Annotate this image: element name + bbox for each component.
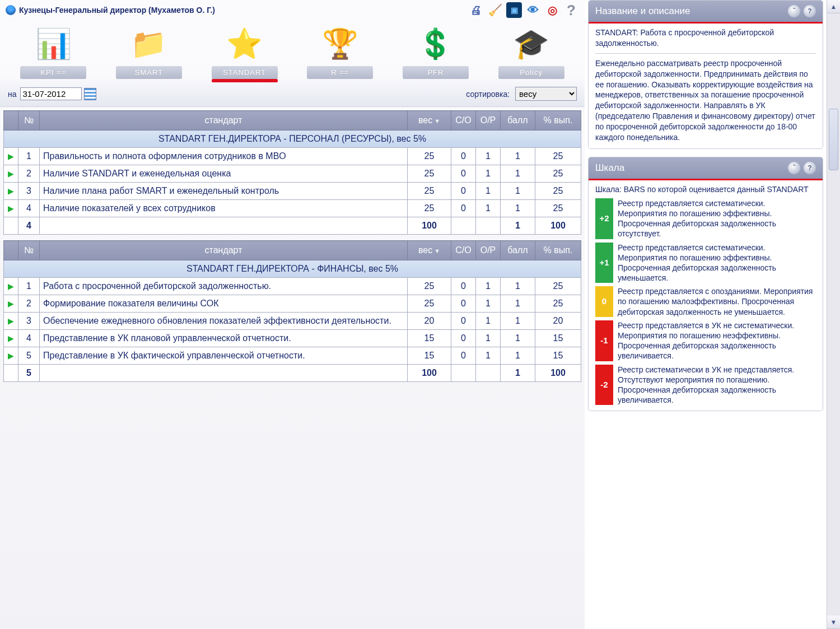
row-so: 0 — [451, 313, 476, 330]
play-icon[interactable]: ▶ — [8, 299, 14, 308]
col-num[interactable]: № — [18, 241, 40, 260]
play-icon[interactable]: ▶ — [8, 204, 14, 213]
row-weight: 25 — [408, 148, 451, 165]
row-ball: 1 — [501, 148, 535, 165]
scroll-thumb[interactable] — [829, 109, 838, 170]
row-weight: 15 — [408, 330, 451, 347]
row-weight: 25 — [408, 183, 451, 200]
row-num: 2 — [18, 295, 40, 313]
play-icon[interactable]: ▶ — [8, 351, 14, 360]
scale-level-badge: -1 — [595, 320, 613, 361]
collapse-icon[interactable]: ˆ — [788, 162, 800, 174]
row-weight: 25 — [408, 278, 451, 295]
nav-label: Policy — [498, 66, 564, 79]
scale-intro: Шкала: BARS по которой оценивается данны… — [595, 184, 816, 195]
table-row: ▶1Работа с просроченной дебиторской задо… — [4, 278, 581, 295]
play-icon[interactable]: ▶ — [8, 334, 14, 343]
play-icon[interactable]: ▶ — [8, 169, 14, 178]
col-pct[interactable]: % вып. — [535, 241, 581, 260]
play-icon[interactable]: ▶ — [8, 282, 14, 291]
title-bar: Кузнецы-Генеральный директор (Мухаметов … — [0, 0, 585, 20]
col-op[interactable]: О/Р — [476, 241, 501, 260]
row-name[interactable]: Работа с просроченной дебиторской задолж… — [40, 278, 408, 295]
nav-smart[interactable]: 📁SMART — [113, 24, 185, 79]
col-ball[interactable]: балл — [501, 241, 535, 260]
row-name[interactable]: Представление в УК фактической управленч… — [40, 347, 408, 365]
row-name[interactable]: Представление в УК плановой управленческ… — [40, 330, 408, 347]
col-pct[interactable]: % вып. — [535, 111, 581, 131]
sort-label: сортировка: — [466, 90, 510, 99]
row-name[interactable]: Наличие плана работ SMART и еженедельный… — [40, 183, 408, 200]
col-standard[interactable]: стандарт — [40, 241, 408, 260]
date-input[interactable] — [20, 87, 82, 100]
col-op[interactable]: О/Р — [476, 111, 501, 131]
collapse-icon[interactable]: ˆ — [788, 5, 800, 17]
table-row: ▶1Правильность и полнота оформления сотр… — [4, 148, 581, 165]
col-standard[interactable]: стандарт — [40, 111, 408, 131]
row-so: 0 — [451, 200, 476, 217]
row-pct: 25 — [535, 183, 581, 200]
nav-kpi[interactable]: 📊KPI == — [17, 24, 90, 79]
row-name[interactable]: Правильность и полнота оформления сотруд… — [40, 148, 408, 165]
row-num: 2 — [18, 165, 40, 183]
scroll-up-icon[interactable]: ▲ — [827, 0, 840, 13]
clean-icon[interactable]: 🧹 — [487, 2, 503, 18]
scroll-down-icon[interactable]: ▼ — [827, 616, 840, 629]
nav-label: STANDART — [212, 66, 278, 79]
sort-select[interactable]: весу — [515, 87, 577, 101]
scale-level-text: Реестр представляется с опозданиями. Мер… — [618, 286, 816, 317]
row-pct: 15 — [535, 330, 581, 347]
row-name[interactable]: Наличие показателей у всех сотрудников — [40, 200, 408, 217]
total-row: 51001100 — [4, 365, 581, 382]
nav-r[interactable]: 🏆R == — [304, 24, 376, 79]
row-so: 0 — [451, 295, 476, 313]
print-icon[interactable]: 🖨 — [468, 2, 484, 18]
help-icon[interactable]: ? — [563, 2, 579, 18]
row-name[interactable]: Обеспечение ежедневного обновления показ… — [40, 313, 408, 330]
row-so: 0 — [451, 183, 476, 200]
nav-label: PFR — [403, 66, 469, 79]
row-pct: 25 — [535, 148, 581, 165]
row-so: 0 — [451, 148, 476, 165]
nav-pfr[interactable]: 💲PFR — [399, 24, 472, 79]
nav-icon: ⭐ — [225, 24, 265, 64]
nav-policy[interactable]: 🎓Policy — [495, 24, 568, 79]
scale-row: 0Реестр представляется с опозданиями. Ме… — [595, 286, 816, 317]
scale-row: -1Реестр представляется в УК не системат… — [595, 320, 816, 361]
nav-label: KPI == — [20, 66, 86, 79]
row-ball: 1 — [501, 295, 535, 313]
play-icon[interactable]: ▶ — [8, 152, 14, 161]
col-num[interactable]: № — [18, 111, 40, 131]
col-weight[interactable]: вес — [408, 111, 451, 131]
nav-standart[interactable]: ⭐STANDART — [208, 24, 281, 79]
scale-row: +1Реестр представляется систематически. … — [595, 243, 816, 283]
calendar-icon[interactable] — [84, 88, 96, 100]
vertical-scrollbar[interactable]: ▲ ▼ — [827, 0, 840, 629]
table-row: ▶4Представление в УК плановой управленче… — [4, 330, 581, 347]
play-icon[interactable]: ▶ — [8, 187, 14, 195]
row-pct: 25 — [535, 165, 581, 183]
row-name[interactable]: Формирование показателя величины СОК — [40, 295, 408, 313]
play-icon[interactable]: ▶ — [8, 316, 14, 325]
scale-row: +2Реестр представляется систематически. … — [595, 198, 816, 239]
row-num: 4 — [18, 330, 40, 347]
col-weight[interactable]: вес — [408, 241, 451, 260]
table-row: ▶5Представление в УК фактической управле… — [4, 347, 581, 365]
view-icon[interactable]: 👁 — [525, 2, 541, 18]
target-icon[interactable]: ◎ — [544, 2, 560, 18]
panel-help-icon[interactable]: ? — [804, 162, 816, 174]
row-so: 0 — [451, 330, 476, 347]
col-ball[interactable]: балл — [501, 111, 535, 131]
row-name[interactable]: Наличие STANDART и еженедельная оценка — [40, 165, 408, 183]
row-ball: 1 — [501, 347, 535, 365]
nav-icon: 🏆 — [320, 24, 360, 64]
col-so[interactable]: С/О — [451, 111, 476, 131]
row-op: 1 — [476, 200, 501, 217]
col-so[interactable]: С/О — [451, 241, 476, 260]
fullscreen-icon[interactable]: ▣ — [506, 2, 522, 18]
row-op: 1 — [476, 278, 501, 295]
row-weight: 25 — [408, 200, 451, 217]
nav-icon: 💲 — [416, 24, 456, 64]
panel-scale: Шкала ˆ ? Шкала: BARS по которой оценива… — [588, 157, 823, 411]
panel-help-icon[interactable]: ? — [804, 5, 816, 17]
